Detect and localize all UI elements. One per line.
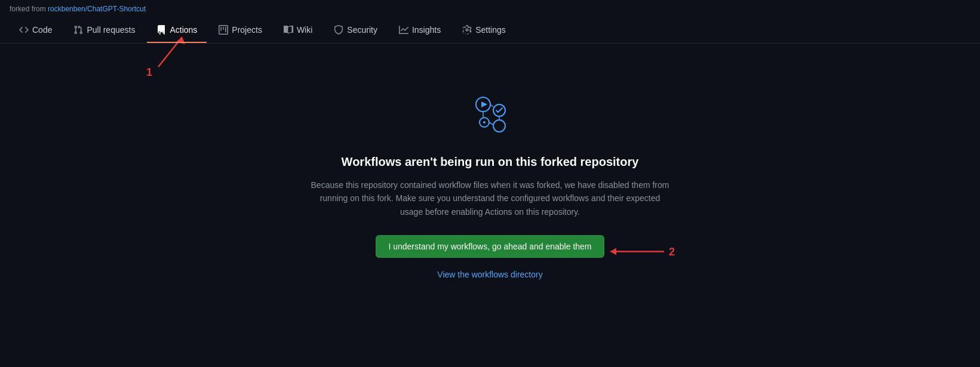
tab-wiki-label: Wiki [297,25,312,35]
view-workflows-link[interactable]: View the workflows directory [437,270,542,279]
workflow-title: Workflows aren't being run on this forke… [342,155,639,169]
projects-icon [219,25,228,35]
workflow-icon-container [466,91,514,141]
pull-request-icon [73,25,83,35]
tab-code-label: Code [32,25,52,35]
workflow-svg-icon [466,91,514,139]
tab-projects-label: Projects [232,25,262,35]
svg-marker-3 [481,101,487,107]
workflow-description: Because this repository contained workfl… [311,178,669,218]
svg-line-10 [489,122,493,125]
forked-from-text: forked from [10,5,46,13]
enable-button-wrapper: I understand my workflows, go ahead and … [376,235,604,270]
forked-from-bar: forked from rockbenben/ChatGPT-Shortcut [0,0,980,18]
tab-security-label: Security [347,25,377,35]
tab-code[interactable]: Code [10,18,62,43]
wiki-icon [284,25,293,35]
forked-from-link[interactable]: rockbenben/ChatGPT-Shortcut [48,5,146,13]
tab-settings[interactable]: Settings [453,18,515,43]
tab-insights[interactable]: Insights [389,18,450,43]
arrow-2-svg: 2 [604,240,676,264]
actions-icon [156,25,166,35]
main-content: Workflows aren't being run on this forke… [0,44,980,303]
tab-settings-label: Settings [475,25,506,35]
tab-pull-requests[interactable]: Pull requests [64,18,145,43]
graph-icon [399,25,408,35]
svg-marker-13 [610,248,616,255]
enable-workflows-button[interactable]: I understand my workflows, go ahead and … [376,235,604,258]
tab-projects[interactable]: Projects [209,18,272,43]
tab-actions[interactable]: Actions [147,18,207,43]
annotation-arrow-2: 2 [604,240,676,266]
repo-nav: Code Pull requests Actions Projects [0,18,980,44]
svg-point-6 [483,121,486,124]
shield-icon [334,25,343,35]
tab-insights-label: Insights [412,25,441,35]
annotation-2-label: 2 [669,246,675,258]
tab-actions-label: Actions [170,25,197,35]
svg-point-7 [493,120,505,132]
tab-wiki[interactable]: Wiki [274,18,322,43]
tab-pull-requests-label: Pull requests [87,25,135,35]
gear-icon [462,25,472,35]
code-icon [19,25,29,35]
tab-security[interactable]: Security [324,18,387,43]
